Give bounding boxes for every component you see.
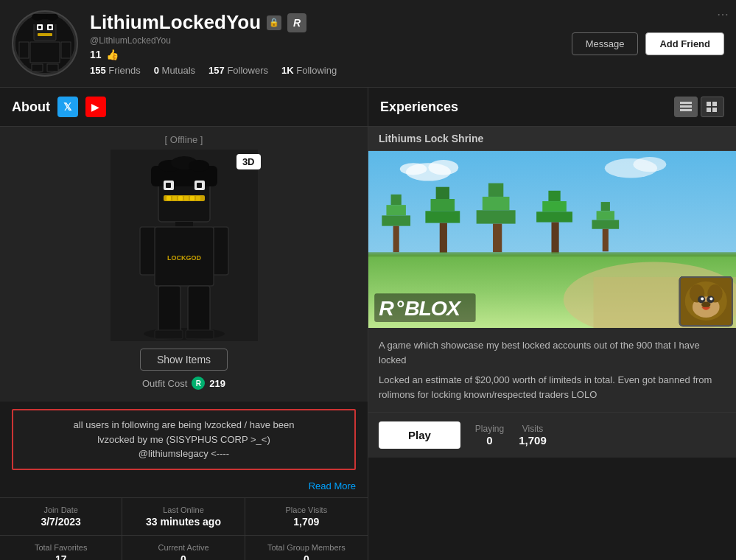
about-title-row: About 𝕏 ▶ [0, 88, 368, 127]
svg-rect-56 [382, 215, 410, 225]
svg-rect-43 [680, 102, 692, 104]
svg-point-24 [189, 160, 209, 172]
following-label: Following [296, 65, 337, 76]
svg-rect-61 [440, 223, 447, 253]
stat-join-date-value: 3/7/2023 [12, 516, 110, 528]
username-row: LithiumLockedYou 🔒 R [90, 11, 572, 34]
followers-label: Followers [227, 65, 268, 76]
svg-rect-31 [172, 196, 177, 200]
play-section: Play Playing 0 Visits 1,709 [368, 413, 736, 458]
stat-place-visits-value: 1,709 [257, 516, 356, 528]
svg-rect-66 [548, 191, 560, 201]
stat-last-online: Last Online 33 minutes ago [122, 498, 245, 536]
svg-text:R: R [379, 296, 394, 320]
twitter-button[interactable]: 𝕏 [57, 97, 78, 117]
svg-rect-54 [391, 195, 402, 205]
youtube-button[interactable]: ▶ [85, 97, 106, 117]
svg-rect-40 [188, 286, 210, 334]
svg-rect-60 [425, 211, 460, 223]
mutuals-stat: 0 Mutuals [154, 65, 195, 76]
about-title: About [12, 99, 50, 115]
stat-current-active-value: 0 [134, 553, 232, 561]
svg-rect-69 [551, 223, 558, 254]
svg-rect-68 [536, 211, 572, 222]
svg-point-76 [400, 163, 427, 175]
view-toggle [674, 97, 724, 117]
rep-number: 11 [90, 49, 102, 60]
svg-rect-67 [542, 201, 567, 211]
svg-rect-4 [38, 26, 41, 29]
avatar [12, 10, 78, 77]
svg-text:LOCKGOD: LOCKGOD [167, 254, 201, 262]
followers-count: 157 [208, 65, 225, 76]
stat-last-online-value: 33 minutes ago [134, 516, 232, 528]
friends-label: Friends [108, 65, 140, 76]
svg-rect-10 [32, 64, 43, 71]
grid-view-button[interactable] [701, 97, 724, 117]
game-image: R ° BLOX [368, 151, 736, 328]
add-friend-button[interactable]: Add Friend [645, 32, 724, 55]
svg-rect-18 [140, 227, 156, 275]
stat-total-favorites-label: Total Favorites [12, 543, 110, 552]
svg-text:°: ° [396, 296, 404, 320]
svg-rect-57 [393, 226, 399, 253]
svg-rect-46 [707, 102, 711, 106]
svg-point-92 [709, 297, 712, 300]
svg-rect-73 [603, 229, 609, 252]
message-button[interactable]: Message [572, 32, 639, 55]
playing-value: 0 [475, 434, 504, 447]
svg-rect-62 [488, 183, 503, 197]
stat-current-active: Current Active 0 [122, 536, 245, 561]
svg-rect-32 [178, 196, 183, 200]
svg-rect-28 [197, 183, 202, 188]
about-panel: About 𝕏 ▶ [ Offline ] [0, 88, 368, 560]
svg-rect-79 [368, 252, 736, 256]
svg-rect-19 [212, 227, 228, 275]
svg-point-93 [701, 302, 710, 308]
svg-rect-64 [477, 210, 516, 223]
mutuals-count: 0 [154, 65, 159, 76]
robux-icon: R [192, 377, 205, 390]
stats-grid: Join Date 3/7/2023 Last Online 33 minute… [0, 497, 368, 561]
username: LithiumLockedYou [90, 11, 261, 34]
avatar-section: [ Offline ] [0, 127, 368, 402]
thumbs-up-icon: 👍 [106, 49, 119, 60]
friends-stat: 155 Friends [90, 65, 141, 76]
svg-rect-72 [592, 220, 619, 229]
mutuals-label: Mutuals [162, 65, 196, 76]
svg-rect-63 [483, 197, 510, 210]
bio-line-3: @lithiumslegacy <---- [21, 447, 347, 461]
show-items-button[interactable]: Show Items [140, 349, 228, 371]
svg-rect-33 [184, 196, 189, 200]
svg-rect-9 [61, 42, 71, 58]
play-button[interactable]: Play [379, 421, 460, 449]
experiences-title-row: Experiences [368, 88, 736, 127]
header-buttons: Message Add Friend [572, 32, 724, 55]
list-view-button[interactable] [674, 97, 698, 117]
header-info: LithiumLockedYou 🔒 R @LithiumLockedYou 1… [90, 11, 572, 76]
game-desc-1: A game which showcase my best locked acc… [379, 338, 726, 367]
outfit-cost-label: Outfit Cost [142, 378, 187, 389]
bio-box: all users in following are being lvzocke… [12, 409, 356, 470]
svg-rect-5 [49, 26, 52, 29]
svg-rect-8 [19, 42, 29, 58]
svg-rect-6 [38, 33, 52, 36]
svg-rect-41 [155, 330, 183, 339]
svg-rect-71 [597, 211, 614, 220]
svg-rect-47 [712, 102, 717, 106]
read-more-link[interactable]: Read More [0, 477, 368, 497]
playing-stat: Playing 0 [475, 424, 504, 447]
game-title: Lithiums Lock Shrine [368, 127, 736, 151]
svg-rect-48 [707, 108, 711, 112]
experiences-panel: Experiences Lithiums Lock Shrine [368, 88, 736, 560]
dots-menu-icon[interactable]: ⋯ [717, 7, 729, 21]
stat-last-online-label: Last Online [134, 505, 232, 514]
svg-point-78 [633, 157, 666, 172]
svg-rect-65 [493, 224, 502, 253]
svg-rect-27 [166, 183, 171, 188]
rep-row: 11 👍 [90, 49, 572, 60]
stat-place-visits-label: Place Visits [257, 505, 356, 514]
stat-place-visits: Place Visits 1,709 [245, 498, 368, 536]
svg-rect-55 [386, 205, 405, 215]
3d-button[interactable]: 3D [236, 154, 261, 169]
